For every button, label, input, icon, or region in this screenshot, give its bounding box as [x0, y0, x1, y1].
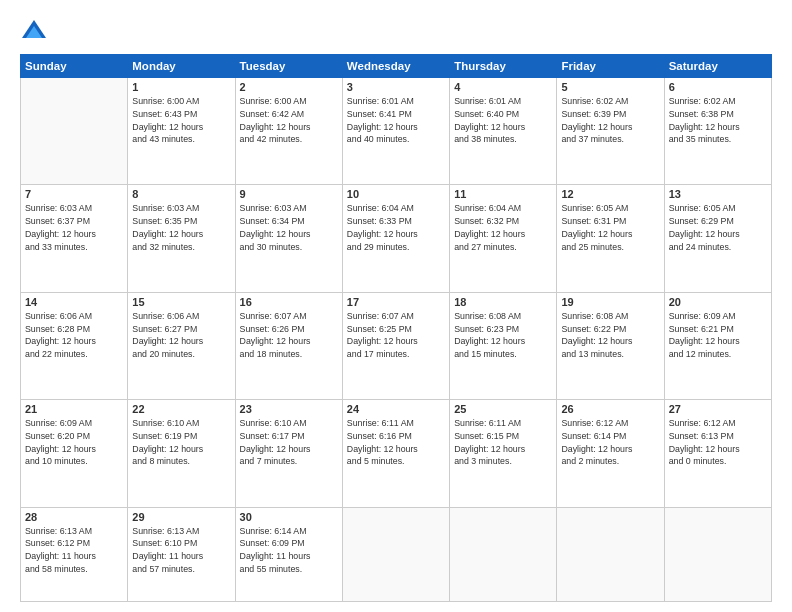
logo	[20, 18, 52, 46]
day-number: 25	[454, 403, 552, 415]
day-number: 27	[669, 403, 767, 415]
day-number: 15	[132, 296, 230, 308]
calendar-cell: 24Sunrise: 6:11 AMSunset: 6:16 PMDayligh…	[342, 400, 449, 507]
day-number: 10	[347, 188, 445, 200]
day-info: Sunrise: 6:08 AMSunset: 6:23 PMDaylight:…	[454, 310, 552, 361]
day-info: Sunrise: 6:10 AMSunset: 6:17 PMDaylight:…	[240, 417, 338, 468]
weekday-header: Thursday	[450, 55, 557, 78]
day-number: 2	[240, 81, 338, 93]
day-info: Sunrise: 6:05 AMSunset: 6:29 PMDaylight:…	[669, 202, 767, 253]
day-number: 29	[132, 511, 230, 523]
week-row: 1Sunrise: 6:00 AMSunset: 6:43 PMDaylight…	[21, 78, 772, 185]
day-info: Sunrise: 6:13 AMSunset: 6:10 PMDaylight:…	[132, 525, 230, 576]
day-number: 5	[561, 81, 659, 93]
calendar-cell: 9Sunrise: 6:03 AMSunset: 6:34 PMDaylight…	[235, 185, 342, 292]
weekday-header: Tuesday	[235, 55, 342, 78]
day-info: Sunrise: 6:01 AMSunset: 6:40 PMDaylight:…	[454, 95, 552, 146]
calendar-cell: 23Sunrise: 6:10 AMSunset: 6:17 PMDayligh…	[235, 400, 342, 507]
calendar-cell: 3Sunrise: 6:01 AMSunset: 6:41 PMDaylight…	[342, 78, 449, 185]
day-number: 16	[240, 296, 338, 308]
calendar-cell: 25Sunrise: 6:11 AMSunset: 6:15 PMDayligh…	[450, 400, 557, 507]
day-number: 3	[347, 81, 445, 93]
calendar-cell: 28Sunrise: 6:13 AMSunset: 6:12 PMDayligh…	[21, 507, 128, 601]
calendar-cell	[342, 507, 449, 601]
calendar-table: SundayMondayTuesdayWednesdayThursdayFrid…	[20, 54, 772, 602]
calendar-cell: 16Sunrise: 6:07 AMSunset: 6:26 PMDayligh…	[235, 292, 342, 399]
day-info: Sunrise: 6:07 AMSunset: 6:25 PMDaylight:…	[347, 310, 445, 361]
calendar-cell: 7Sunrise: 6:03 AMSunset: 6:37 PMDaylight…	[21, 185, 128, 292]
calendar-cell: 19Sunrise: 6:08 AMSunset: 6:22 PMDayligh…	[557, 292, 664, 399]
calendar-cell: 30Sunrise: 6:14 AMSunset: 6:09 PMDayligh…	[235, 507, 342, 601]
day-number: 9	[240, 188, 338, 200]
day-info: Sunrise: 6:04 AMSunset: 6:33 PMDaylight:…	[347, 202, 445, 253]
calendar-cell: 13Sunrise: 6:05 AMSunset: 6:29 PMDayligh…	[664, 185, 771, 292]
day-number: 11	[454, 188, 552, 200]
day-number: 24	[347, 403, 445, 415]
weekday-header: Friday	[557, 55, 664, 78]
weekday-header: Wednesday	[342, 55, 449, 78]
calendar-cell: 15Sunrise: 6:06 AMSunset: 6:27 PMDayligh…	[128, 292, 235, 399]
calendar-cell	[450, 507, 557, 601]
page: SundayMondayTuesdayWednesdayThursdayFrid…	[0, 0, 792, 612]
calendar-cell	[557, 507, 664, 601]
weekday-header: Monday	[128, 55, 235, 78]
calendar-cell: 26Sunrise: 6:12 AMSunset: 6:14 PMDayligh…	[557, 400, 664, 507]
day-info: Sunrise: 6:10 AMSunset: 6:19 PMDaylight:…	[132, 417, 230, 468]
day-number: 7	[25, 188, 123, 200]
day-number: 13	[669, 188, 767, 200]
day-info: Sunrise: 6:05 AMSunset: 6:31 PMDaylight:…	[561, 202, 659, 253]
calendar-cell: 1Sunrise: 6:00 AMSunset: 6:43 PMDaylight…	[128, 78, 235, 185]
day-info: Sunrise: 6:12 AMSunset: 6:13 PMDaylight:…	[669, 417, 767, 468]
day-number: 18	[454, 296, 552, 308]
day-number: 14	[25, 296, 123, 308]
day-info: Sunrise: 6:03 AMSunset: 6:35 PMDaylight:…	[132, 202, 230, 253]
calendar-cell: 8Sunrise: 6:03 AMSunset: 6:35 PMDaylight…	[128, 185, 235, 292]
day-number: 22	[132, 403, 230, 415]
day-number: 12	[561, 188, 659, 200]
day-number: 26	[561, 403, 659, 415]
day-number: 1	[132, 81, 230, 93]
day-info: Sunrise: 6:01 AMSunset: 6:41 PMDaylight:…	[347, 95, 445, 146]
day-number: 4	[454, 81, 552, 93]
calendar-cell: 10Sunrise: 6:04 AMSunset: 6:33 PMDayligh…	[342, 185, 449, 292]
calendar-cell	[21, 78, 128, 185]
calendar-cell: 21Sunrise: 6:09 AMSunset: 6:20 PMDayligh…	[21, 400, 128, 507]
day-info: Sunrise: 6:08 AMSunset: 6:22 PMDaylight:…	[561, 310, 659, 361]
day-info: Sunrise: 6:09 AMSunset: 6:20 PMDaylight:…	[25, 417, 123, 468]
week-row: 7Sunrise: 6:03 AMSunset: 6:37 PMDaylight…	[21, 185, 772, 292]
calendar-cell	[664, 507, 771, 601]
day-info: Sunrise: 6:11 AMSunset: 6:15 PMDaylight:…	[454, 417, 552, 468]
day-info: Sunrise: 6:09 AMSunset: 6:21 PMDaylight:…	[669, 310, 767, 361]
header	[20, 18, 772, 46]
day-number: 30	[240, 511, 338, 523]
calendar-cell: 12Sunrise: 6:05 AMSunset: 6:31 PMDayligh…	[557, 185, 664, 292]
day-number: 6	[669, 81, 767, 93]
day-info: Sunrise: 6:12 AMSunset: 6:14 PMDaylight:…	[561, 417, 659, 468]
day-info: Sunrise: 6:13 AMSunset: 6:12 PMDaylight:…	[25, 525, 123, 576]
day-number: 8	[132, 188, 230, 200]
calendar-cell: 18Sunrise: 6:08 AMSunset: 6:23 PMDayligh…	[450, 292, 557, 399]
calendar-cell: 27Sunrise: 6:12 AMSunset: 6:13 PMDayligh…	[664, 400, 771, 507]
day-info: Sunrise: 6:00 AMSunset: 6:42 AMDaylight:…	[240, 95, 338, 146]
day-info: Sunrise: 6:11 AMSunset: 6:16 PMDaylight:…	[347, 417, 445, 468]
day-number: 23	[240, 403, 338, 415]
day-info: Sunrise: 6:03 AMSunset: 6:34 PMDaylight:…	[240, 202, 338, 253]
day-number: 21	[25, 403, 123, 415]
day-info: Sunrise: 6:06 AMSunset: 6:27 PMDaylight:…	[132, 310, 230, 361]
week-row: 28Sunrise: 6:13 AMSunset: 6:12 PMDayligh…	[21, 507, 772, 601]
day-info: Sunrise: 6:07 AMSunset: 6:26 PMDaylight:…	[240, 310, 338, 361]
day-info: Sunrise: 6:02 AMSunset: 6:38 PMDaylight:…	[669, 95, 767, 146]
day-info: Sunrise: 6:02 AMSunset: 6:39 PMDaylight:…	[561, 95, 659, 146]
weekday-header: Saturday	[664, 55, 771, 78]
day-number: 28	[25, 511, 123, 523]
calendar-cell: 29Sunrise: 6:13 AMSunset: 6:10 PMDayligh…	[128, 507, 235, 601]
logo-icon	[20, 18, 48, 46]
calendar-cell: 17Sunrise: 6:07 AMSunset: 6:25 PMDayligh…	[342, 292, 449, 399]
day-info: Sunrise: 6:03 AMSunset: 6:37 PMDaylight:…	[25, 202, 123, 253]
calendar-cell: 22Sunrise: 6:10 AMSunset: 6:19 PMDayligh…	[128, 400, 235, 507]
day-info: Sunrise: 6:00 AMSunset: 6:43 PMDaylight:…	[132, 95, 230, 146]
day-number: 19	[561, 296, 659, 308]
weekday-header: Sunday	[21, 55, 128, 78]
week-row: 21Sunrise: 6:09 AMSunset: 6:20 PMDayligh…	[21, 400, 772, 507]
calendar-cell: 4Sunrise: 6:01 AMSunset: 6:40 PMDaylight…	[450, 78, 557, 185]
